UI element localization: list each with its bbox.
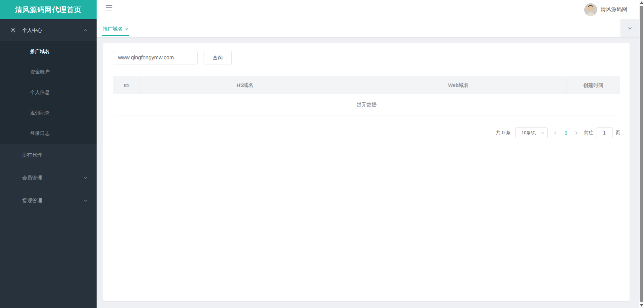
user-menu[interactable]: 清风源码网	[584, 0, 627, 19]
content-card: 查询 ID H5域名 Web域名 创建时间 暂无数据 共 0 条 10条/页 1	[103, 43, 630, 301]
scroll-down-arrow-icon[interactable]	[640, 304, 643, 307]
scroll-up-arrow-icon[interactable]	[640, 1, 643, 4]
chevron-down-icon	[541, 131, 545, 135]
column-header-id: ID	[113, 77, 140, 94]
sidebar-item-label: 会员管理	[22, 175, 42, 181]
scrollbar-thumb[interactable]	[640, 6, 643, 302]
current-page-number[interactable]: 1	[563, 130, 569, 136]
username-label: 清风源码网	[600, 6, 627, 13]
column-header-h5: H5域名	[140, 77, 350, 94]
chevron-down-icon	[627, 25, 633, 31]
goto-page-group: 前往 页	[584, 127, 620, 138]
prev-page-button[interactable]	[552, 131, 558, 135]
gear-icon	[10, 27, 16, 33]
app-logo: 清风源码网代理首页	[0, 0, 97, 19]
sidebar-item-all-agents[interactable]: 所有代理	[0, 144, 97, 166]
table-empty-state: 暂无数据	[113, 94, 620, 115]
chevron-down-icon	[83, 175, 88, 180]
chevron-down-icon	[83, 198, 88, 203]
sidebar-item-member-management[interactable]: 会员管理	[0, 166, 97, 189]
column-header-created: 创建时间	[567, 77, 620, 94]
main-content: 查询 ID H5域名 Web域名 创建时间 暂无数据 共 0 条 10条/页 1	[97, 37, 639, 308]
goto-suffix-label: 页	[615, 130, 620, 136]
sidebar-item-label: 个人中心	[22, 27, 42, 34]
sidebar: 清风源码网代理首页 个人中心 推广域名 资金账户 个人信息 返佣记录 登录日志 …	[0, 0, 97, 308]
chevron-up-icon	[83, 28, 88, 33]
page-size-select[interactable]: 10条/页	[515, 127, 548, 138]
domains-table: ID H5域名 Web域名 创建时间 暂无数据	[113, 76, 620, 115]
user-avatar	[584, 3, 597, 16]
sidebar-item-promo-domain[interactable]: 推广域名	[0, 41, 97, 62]
table-header-row: ID H5域名 Web域名 创建时间	[113, 77, 620, 94]
tab-list-dropdown-button[interactable]	[621, 19, 639, 37]
query-button[interactable]: 查询	[204, 51, 232, 64]
tab-promo-domain[interactable]: 推广域名 ×	[102, 23, 129, 36]
next-page-button[interactable]	[573, 131, 579, 135]
column-header-web: Web域名	[350, 77, 567, 94]
close-icon[interactable]: ×	[125, 27, 128, 32]
pagination: 共 0 条 10条/页 1 前往 页	[496, 127, 620, 138]
sidebar-item-personal-center[interactable]: 个人中心	[0, 19, 97, 41]
sidebar-item-funds-account[interactable]: 资金账户	[0, 62, 97, 82]
sidebar-item-personal-info[interactable]: 个人信息	[0, 82, 97, 103]
sidebar-item-label: 所有代理	[22, 152, 42, 158]
domain-search-input[interactable]	[113, 51, 198, 64]
goto-page-input[interactable]	[596, 127, 613, 138]
sidebar-item-login-logs[interactable]: 登录日志	[0, 123, 97, 144]
sidebar-item-withdrawal-management[interactable]: 提现管理	[0, 189, 97, 212]
hamburger-menu-icon[interactable]	[106, 5, 112, 10]
sidebar-item-rebate-records[interactable]: 返佣记录	[0, 103, 97, 123]
top-header: 清风源码网	[97, 0, 639, 19]
goto-prefix-label: 前往	[584, 130, 593, 136]
sidebar-item-label: 提现管理	[22, 198, 42, 204]
vertical-scrollbar[interactable]	[639, 0, 644, 308]
sidebar-submenu: 推广域名 资金账户 个人信息 返佣记录 登录日志	[0, 41, 97, 144]
tab-bar: 推广域名 ×	[97, 19, 639, 37]
pagination-total: 共 0 条	[496, 130, 511, 136]
tab-label: 推广域名	[103, 26, 123, 32]
page-size-value: 10条/页	[522, 130, 536, 136]
